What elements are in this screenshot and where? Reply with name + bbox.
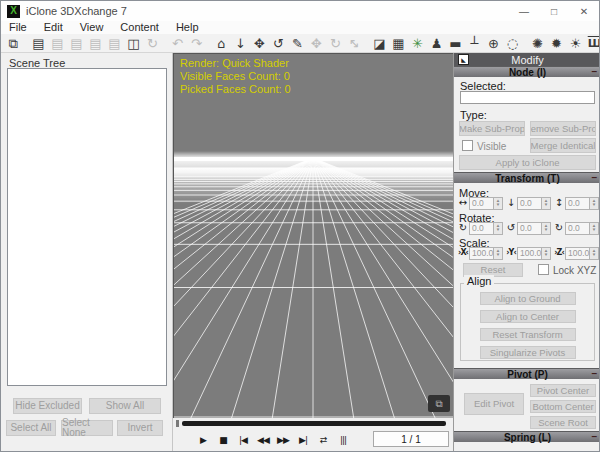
timeline-track[interactable] — [173, 418, 453, 428]
spinner-stepper[interactable]: ▲▼ — [542, 222, 551, 235]
make-subprop-button[interactable]: Make Sub-Prop — [459, 121, 525, 136]
dock-panel-icon[interactable]: ◣ — [458, 54, 469, 65]
align-to-center-button[interactable]: Align to Center — [480, 310, 576, 323]
camera-home-icon[interactable]: ⌂ — [212, 35, 231, 52]
timeline-handle[interactable] — [176, 420, 179, 427]
scene-tree-toggle-icon[interactable]: ⧉ — [4, 35, 23, 52]
spin-down-icon[interactable]: ▼ — [496, 203, 500, 208]
spin-down-icon[interactable]: ▼ — [496, 228, 500, 233]
scene-tree-select-all-button[interactable]: Select All — [6, 420, 56, 436]
zoom-fit-icon[interactable]: ↓ — [231, 35, 250, 52]
pan-camera-icon[interactable]: ✥ — [250, 35, 269, 52]
rotate-value-field[interactable]: 0.0 — [469, 222, 494, 235]
spin-down-icon[interactable]: ▼ — [592, 203, 596, 208]
show-plane-icon[interactable]: ▬ — [446, 35, 465, 52]
spinner-stepper[interactable]: ▲▼ — [542, 197, 551, 210]
redo-icon: ↷ — [187, 35, 206, 52]
point-light-icon[interactable]: ✺ — [528, 35, 547, 52]
viewport-canvas[interactable]: Render: Quick Shader Visible Faces Count… — [173, 53, 453, 418]
menu-item-view[interactable]: View — [80, 22, 104, 33]
axis-toggle-icon[interactable]: ✳ — [408, 35, 427, 52]
collapse-icon[interactable]: – — [591, 172, 597, 183]
loop-button[interactable]: ⇄ — [313, 431, 333, 449]
bottom-center-button[interactable]: Bottom Center — [530, 400, 596, 413]
selected-input[interactable] — [460, 91, 595, 104]
pivot-display-icon[interactable]: ┴ — [465, 35, 484, 52]
rotate-value-field[interactable]: 0.0 — [517, 222, 542, 235]
spinner-stepper[interactable]: ▲▼ — [494, 247, 503, 260]
frame-bars-button[interactable]: ||| — [333, 431, 353, 449]
background-color-icon[interactable]: ◪ — [370, 35, 389, 52]
scene-tree-list[interactable] — [7, 68, 167, 386]
scene-tree-show-all-button[interactable]: Show All — [89, 398, 161, 414]
zoom-camera-icon[interactable]: ✎ — [288, 35, 307, 52]
spot-light-icon[interactable]: ✹ — [547, 35, 566, 52]
spin-down-icon[interactable]: ▼ — [544, 228, 548, 233]
reset-transform-button[interactable]: Reset Transform — [480, 328, 576, 341]
menu-item-content[interactable]: Content — [120, 22, 159, 33]
rewind-button[interactable]: ◀◀ — [253, 431, 273, 449]
move-value-field[interactable]: 0.0 — [517, 197, 542, 210]
spinner-stepper[interactable]: ▲▼ — [590, 197, 599, 210]
scale-value-field[interactable]: 100.0 — [469, 247, 494, 260]
collapse-icon[interactable]: – — [591, 368, 597, 379]
move-value-field[interactable]: 0.0 — [565, 197, 590, 210]
menu-item-help[interactable]: Help — [176, 22, 199, 33]
scene-tree-hide-excluded-button[interactable]: Hide Excluded — [13, 398, 82, 414]
globe-display-icon[interactable]: ⊕ — [484, 35, 503, 52]
spin-down-icon[interactable]: ▼ — [496, 253, 500, 258]
spinner-stepper[interactable]: ▲▼ — [590, 247, 599, 260]
first-frame-button[interactable]: |◀ — [233, 431, 253, 449]
last-frame-button[interactable]: ▶| — [293, 431, 313, 449]
section-header-pivot[interactable]: Pivot (P) – — [454, 368, 600, 379]
open-file-icon[interactable]: ▤ — [29, 35, 48, 52]
rotate-value-field[interactable]: 0.0 — [565, 222, 590, 235]
play-button[interactable]: ▶ — [193, 431, 213, 449]
spin-down-icon[interactable]: ▼ — [592, 228, 596, 233]
move-axis-icon: ↕ — [553, 198, 565, 208]
spin-down-icon[interactable]: ▼ — [544, 253, 548, 258]
spinner-stepper[interactable]: ▲▼ — [494, 222, 503, 235]
section-header-transform[interactable]: Transform (T) – — [454, 172, 600, 183]
merge-identical-button[interactable]: Merge Identical — [530, 138, 596, 153]
spinner-stepper[interactable]: ▲▼ — [494, 197, 503, 210]
close-button[interactable]: ✕ — [569, 1, 599, 21]
visible-checkbox[interactable] — [462, 140, 473, 151]
spinner-stepper[interactable]: ▲▼ — [590, 222, 599, 235]
move-value-field[interactable]: 0.0 — [469, 197, 494, 210]
scene-tree-select-none-button[interactable]: Select None — [61, 420, 113, 436]
frame-counter[interactable]: 1 / 1 — [373, 431, 449, 447]
section-header-spring[interactable]: Spring (L) – — [454, 431, 600, 442]
orbit-camera-icon[interactable]: ↺ — [269, 35, 288, 52]
scene-tree-invert-button[interactable]: Invert — [117, 420, 163, 436]
collapse-icon[interactable]: – — [591, 66, 597, 77]
fast-forward-button[interactable]: ▶▶ — [273, 431, 293, 449]
scale-value-field[interactable]: 100.0 — [565, 247, 590, 260]
maximize-button[interactable]: □ — [539, 1, 569, 21]
scene-root-button[interactable]: Scene Root — [530, 416, 596, 429]
menu-item-edit[interactable]: Edit — [44, 22, 63, 33]
section-header-node[interactable]: Node (I) – — [454, 66, 600, 77]
lock-xyz-checkbox[interactable] — [538, 264, 549, 275]
pivot-center-button[interactable]: Pivot Center — [530, 384, 596, 397]
viewport-expand-icon[interactable]: ⧉ — [428, 395, 450, 412]
grid-toggle-icon[interactable]: ▦ — [389, 35, 408, 52]
scale-value-field[interactable]: 100.0 — [517, 247, 542, 260]
apply-to-iclone-icon[interactable]: ◫ — [124, 35, 143, 52]
menu-item-file[interactable]: File — [9, 22, 27, 33]
spin-down-icon[interactable]: ▼ — [544, 203, 548, 208]
directional-light-icon[interactable]: ☀ — [566, 35, 585, 52]
spinner-stepper[interactable]: ▲▼ — [542, 247, 551, 260]
show-figure-icon[interactable]: ♟ — [427, 35, 446, 52]
stop-button[interactable]: ■ — [213, 431, 233, 449]
spin-down-icon[interactable]: ▼ — [592, 253, 596, 258]
minimize-button[interactable]: — — [509, 1, 539, 21]
align-to-ground-button[interactable]: Align to Ground — [480, 292, 576, 305]
apply-to-iclone-button[interactable]: Apply to iClone — [459, 155, 596, 170]
bounding-display-icon[interactable]: ◌ — [503, 35, 522, 52]
remove-subprop-button[interactable]: Remove Sub-Prop — [530, 121, 596, 136]
ibl-stage-icon[interactable]: Ш — [585, 35, 600, 52]
edit-pivot-button[interactable]: Edit Pivot — [464, 393, 524, 415]
singularize-pivots-button[interactable]: Singularize Pivots — [480, 346, 576, 359]
collapse-icon[interactable]: – — [591, 431, 597, 442]
